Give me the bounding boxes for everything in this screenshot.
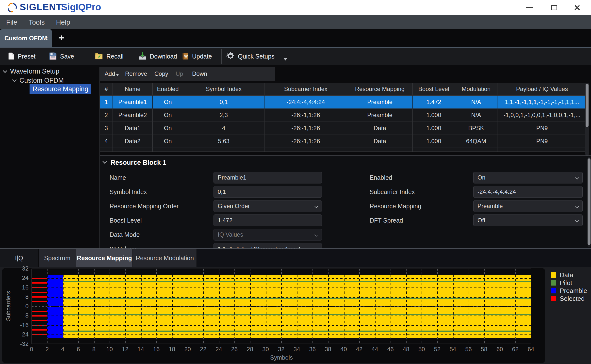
- view-tabs: I|QSpectrumResource MappingResource Modu…: [0, 249, 591, 267]
- legend-swatch-selected: [551, 296, 556, 301]
- table-row[interactable]: 2Preamble2On2,3-26:-1,1:26Preamble1.000N…: [100, 108, 586, 121]
- table-toolbar-add-button[interactable]: Add: [105, 67, 119, 81]
- application-window: SIGLENT SigIQPro FileToolsHelp Custom OF…: [0, 0, 591, 364]
- siglent-logo-icon: [6, 2, 18, 13]
- column-header-resource-mapping: Resource Mapping: [347, 83, 413, 95]
- x-axis-tick-label: 58: [477, 346, 492, 353]
- x-axis-tick-label: 52: [430, 346, 445, 353]
- table-cell: 4: [183, 121, 264, 135]
- table-row[interactable]: 1Preamble1On0,1-24:4:-4,4:4:24Preamble1.…: [100, 95, 586, 108]
- toolbar-quick-setups-button[interactable]: Quick Setups: [226, 48, 287, 65]
- chevron-down-icon: [3, 68, 7, 73]
- table-toolbar-up-button: Up: [176, 67, 183, 81]
- table-toolbar-down-button[interactable]: Down: [192, 67, 207, 81]
- minimize-button[interactable]: [524, 3, 535, 12]
- table-cell: PN9: [497, 135, 587, 148]
- gridline-y: [32, 297, 47, 297]
- table-row[interactable]: 3Data1On4-26:-1,1:26Data1.000BPSKPN9: [100, 121, 586, 135]
- gridline-y: [32, 288, 47, 288]
- table-scrollbar[interactable]: [585, 83, 589, 155]
- x-axis-tick-label: 50: [414, 346, 429, 353]
- x-axis-tick-label: 22: [196, 346, 211, 353]
- column-header-modulation: Modulation: [455, 83, 497, 95]
- legend-label: Preamble: [560, 287, 587, 295]
- x-axis-tick-label: 26: [227, 346, 242, 353]
- menu-help[interactable]: Help: [50, 15, 76, 29]
- x-axis-tick-label: 24: [212, 346, 226, 353]
- dropdown-caret-icon: [116, 74, 119, 76]
- table-cell: 2: [100, 108, 113, 121]
- tab-close-icon[interactable]: ×: [45, 29, 48, 47]
- y-axis-tick-label: -32: [11, 340, 29, 348]
- field-label-enabled: Enabled: [370, 172, 471, 183]
- gridline-overlay: [32, 275, 47, 338]
- name-input[interactable]: Preamble1: [213, 172, 322, 183]
- sidebar-item-waveform-setup[interactable]: Waveform Setup: [3, 67, 59, 76]
- tab-custom-ofdm[interactable]: Custom OFDM ×: [0, 29, 52, 47]
- table-scrollbar-thumb[interactable]: [586, 84, 589, 127]
- column-header-symbol-index: Symbol Index: [183, 83, 264, 95]
- table-cell: Data1: [113, 121, 153, 135]
- resource-mapping-chart: Subcarriers Symbols 02468101214161820222…: [0, 267, 591, 364]
- table-toolbar: AddRemoveCopyUpDown: [100, 67, 275, 81]
- resource-block-title: Resource Block 1: [111, 159, 166, 167]
- x-axis-tick-label: 14: [133, 346, 148, 353]
- close-button[interactable]: [572, 3, 583, 12]
- table-cell: -26:-1,1:26: [264, 108, 347, 121]
- toolbar-button-label: Update: [192, 53, 212, 60]
- gridline-y: [32, 316, 47, 316]
- toolbar-update-button[interactable]: WUpdate: [182, 48, 212, 65]
- table-cell: -24:4:-4,4:4:24: [264, 95, 347, 108]
- gridline-y: [47, 316, 531, 316]
- view-tab-resource-modulation[interactable]: Resource Modulation: [133, 249, 197, 267]
- table-toolbar-remove-button[interactable]: Remove: [125, 67, 147, 81]
- sidebar-item-resource-mapping[interactable]: Resource Mapping: [30, 84, 91, 94]
- symbol-index-input[interactable]: 0,1: [213, 186, 322, 198]
- new-tab-button[interactable]: +: [56, 29, 67, 47]
- enabled-select[interactable]: On: [473, 172, 583, 183]
- menu-tools[interactable]: Tools: [23, 15, 50, 29]
- maximize-button[interactable]: [549, 3, 559, 12]
- toolbar-preset-button[interactable]: Preset: [7, 48, 35, 65]
- toolbar-button-label: Save: [60, 53, 74, 60]
- y-axis-tick-label: 32: [11, 265, 29, 272]
- tree-item-label: Waveform Setup: [10, 68, 59, 75]
- field-value: Preamble: [477, 203, 503, 209]
- form-scrollbar[interactable]: [588, 157, 591, 247]
- column-header-subcarrier-index: Subcarrier Index: [264, 83, 347, 95]
- sidebar-item-custom-ofdm[interactable]: Custom OFDM: [13, 76, 64, 85]
- table-toolbar-button-label: Down: [192, 70, 207, 77]
- x-axis-tick-label: 6: [71, 346, 86, 353]
- table-cell: -26:-1,1:26: [264, 135, 347, 148]
- table-cell: 1,1,-1,-1,1,1,-1,-1,-1,-1,1,1...: [497, 95, 587, 108]
- title-bar: SIGLENT SigIQPro: [0, 0, 591, 15]
- chevron-down-icon: [314, 204, 318, 208]
- menu-file[interactable]: File: [0, 15, 23, 29]
- boost-level-input[interactable]: 1.472: [213, 214, 322, 226]
- subcarrier-index-input[interactable]: -24:4:-4,4:4:24: [473, 186, 583, 198]
- collapse-chevron-icon[interactable]: [102, 159, 107, 164]
- resource-mapping-select[interactable]: Preamble: [473, 200, 583, 212]
- iq-values-input[interactable]: 1,1,-1,-1,1... [42 samples Array]: [213, 243, 322, 248]
- form-scrollbar-thumb[interactable]: [588, 158, 591, 245]
- chart-plot-area: [32, 269, 531, 344]
- legend-item: Pilot: [551, 279, 587, 287]
- table-row[interactable]: 4Data2On5:63-26:-1,1:26Data1.00064QAMPN9: [100, 135, 586, 148]
- resource-mapping-order-select[interactable]: Given Order: [213, 200, 322, 212]
- toolbar-recall-button[interactable]: Recall: [95, 48, 123, 65]
- x-axis-tick-label: 46: [383, 346, 398, 353]
- dft-spread-select[interactable]: Off: [473, 214, 583, 226]
- view-tab-i-q[interactable]: I|Q: [0, 249, 39, 267]
- x-axis-tick-label: 30: [258, 346, 273, 353]
- table-cell: 64QAM: [455, 135, 497, 148]
- view-tab-resource-mapping[interactable]: Resource Mapping: [76, 249, 133, 267]
- table-toolbar-copy-button[interactable]: Copy: [154, 67, 168, 81]
- toolbar-save-button[interactable]: Save: [49, 48, 74, 65]
- gridline-y: [32, 278, 47, 278]
- view-tab-spectrum[interactable]: Spectrum: [39, 249, 76, 267]
- folder-icon: [95, 52, 103, 61]
- table-cell: On: [153, 121, 183, 135]
- field-value: IQ Values: [218, 231, 243, 238]
- toolbar-download-button[interactable]: Download: [138, 48, 177, 65]
- gridline-y: [47, 306, 531, 307]
